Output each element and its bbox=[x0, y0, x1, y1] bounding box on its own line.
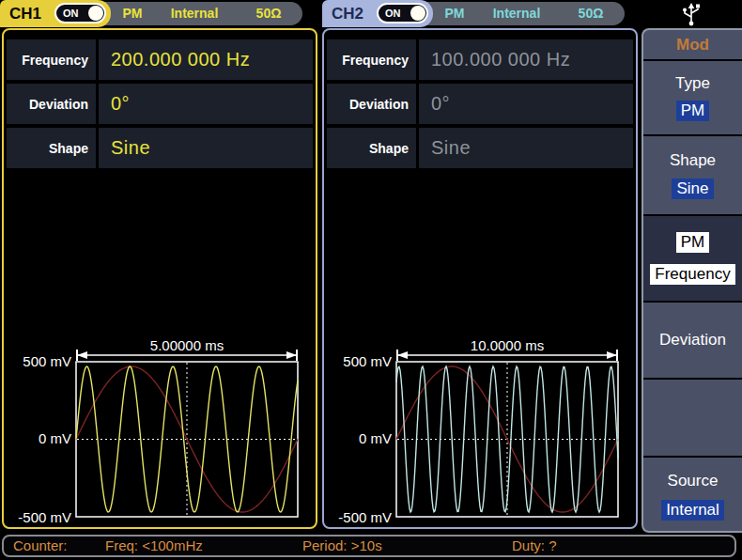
menu-item-deviation[interactable]: Deviation bbox=[643, 303, 742, 380]
ch1-y-max-label: 500 mV bbox=[23, 353, 71, 369]
ch1-shape-row[interactable]: Shape Sine bbox=[7, 128, 313, 168]
menu-item-pm-frequency[interactable]: PM Frequency bbox=[643, 216, 742, 303]
ch2-y-zero-label: 0 mV bbox=[359, 430, 392, 446]
menu-item-blank bbox=[643, 380, 742, 458]
ch2-panel: Frequency 100.000 000 Hz Deviation 0° Sh… bbox=[322, 28, 638, 529]
menu-item-type[interactable]: Type PM bbox=[643, 61, 742, 136]
ch2-shape-label: Shape bbox=[327, 128, 416, 168]
counter-frequency: Freq: <100mHz bbox=[105, 537, 203, 555]
ch1-y-zero-label: 0 mV bbox=[39, 430, 71, 446]
menu-frequency-chip: Frequency bbox=[650, 264, 734, 285]
menu-type-label: Type bbox=[675, 74, 710, 93]
menu-deviation-label: Deviation bbox=[659, 331, 726, 350]
ch1-on-toggle[interactable]: ON bbox=[54, 3, 106, 23]
ch2-on-label: ON bbox=[385, 5, 401, 22]
ch2-time-window-label: 10.0000 ms bbox=[471, 338, 544, 353]
ch1-panel: Frequency 200.000 000 Hz Deviation 0° Sh… bbox=[2, 28, 317, 529]
ch2-deviation-row[interactable]: Deviation 0° bbox=[327, 84, 633, 124]
counter-label: Counter: bbox=[13, 537, 68, 555]
ch2-header: CH2 ON PM Internal 50Ω bbox=[322, 0, 642, 28]
menu-item-source[interactable]: Source Internal bbox=[643, 458, 742, 533]
ch2-shape-value[interactable]: Sine bbox=[419, 128, 633, 168]
ch1-source-indicator: Internal bbox=[171, 0, 219, 26]
ch1-shape-value[interactable]: Sine bbox=[99, 128, 313, 168]
ch2-deviation-label: Deviation bbox=[327, 84, 416, 124]
ch2-frequency-value[interactable]: 100.000 000 Hz bbox=[419, 39, 633, 80]
ch1-time-window-label: 5.00000 ms bbox=[150, 338, 224, 353]
ch2-y-max-label: 500 mV bbox=[343, 353, 392, 369]
generator-screen: CH1 ON PM Internal 50Ω CH2 ON PM Interna… bbox=[0, 0, 742, 560]
counter-period: Period: >10s bbox=[302, 537, 382, 555]
ch1-frequency-label: Frequency bbox=[7, 39, 96, 80]
ch1-waveform-preview: 5.00000 ms 500 mV 0 mV -500 mV bbox=[4, 338, 316, 526]
softkey-menu: Mod Type PM Shape Sine PM Frequency Devi… bbox=[642, 28, 742, 533]
ch1-mod-indicator: PM bbox=[123, 0, 143, 26]
ch2-mod-indicator: PM bbox=[445, 0, 465, 26]
menu-shape-label: Shape bbox=[670, 151, 716, 170]
ch1-frequency-row[interactable]: Frequency 200.000 000 Hz bbox=[7, 39, 313, 80]
menu-type-value: PM bbox=[676, 101, 710, 121]
ch2-waveform-preview: 10.0000 ms 500 mV 0 mV -500 mV bbox=[324, 338, 636, 526]
ch2-y-min-label: -500 mV bbox=[338, 509, 392, 525]
ch1-label: CH1 bbox=[9, 0, 41, 27]
ch1-parameter-table: Frequency 200.000 000 Hz Deviation 0° Sh… bbox=[7, 39, 313, 172]
ch2-frequency-row[interactable]: Frequency 100.000 000 Hz bbox=[327, 39, 633, 80]
ch2-on-toggle[interactable]: ON bbox=[377, 3, 428, 23]
ch1-on-label: ON bbox=[63, 5, 79, 22]
menu-title: Mod bbox=[643, 30, 742, 61]
status-bar: Counter: Freq: <100mHz Period: >10s Duty… bbox=[2, 535, 736, 557]
ch2-shape-row[interactable]: Shape Sine bbox=[327, 128, 633, 168]
menu-shape-value: Sine bbox=[672, 179, 713, 199]
ch2-impedance-indicator: 50Ω bbox=[579, 0, 604, 26]
ch1-deviation-row[interactable]: Deviation 0° bbox=[7, 84, 313, 124]
ch1-impedance-indicator: 50Ω bbox=[256, 0, 282, 26]
menu-pm-chip: PM bbox=[676, 232, 710, 253]
ch2-source-indicator: Internal bbox=[493, 0, 541, 26]
menu-source-label: Source bbox=[668, 472, 719, 490]
ch1-deviation-value[interactable]: 0° bbox=[99, 84, 313, 124]
counter-duty: Duty: ? bbox=[512, 537, 557, 555]
menu-source-value: Internal bbox=[661, 500, 724, 521]
toggle-knob-icon bbox=[410, 6, 425, 21]
ch2-frequency-label: Frequency bbox=[327, 39, 416, 80]
ch1-y-min-label: -500 mV bbox=[18, 509, 71, 525]
ch1-frequency-value[interactable]: 200.000 000 Hz bbox=[99, 39, 313, 80]
ch2-parameter-table: Frequency 100.000 000 Hz Deviation 0° Sh… bbox=[327, 39, 633, 172]
ch1-deviation-label: Deviation bbox=[7, 84, 96, 124]
usb-icon bbox=[678, 1, 704, 27]
toggle-knob-icon bbox=[88, 6, 103, 21]
ch2-deviation-value[interactable]: 0° bbox=[419, 84, 633, 124]
ch1-shape-label: Shape bbox=[7, 128, 96, 168]
ch2-label: CH2 bbox=[332, 0, 363, 27]
ch1-header: CH1 ON PM Internal 50Ω bbox=[0, 0, 319, 28]
menu-item-shape[interactable]: Shape Sine bbox=[643, 136, 742, 216]
